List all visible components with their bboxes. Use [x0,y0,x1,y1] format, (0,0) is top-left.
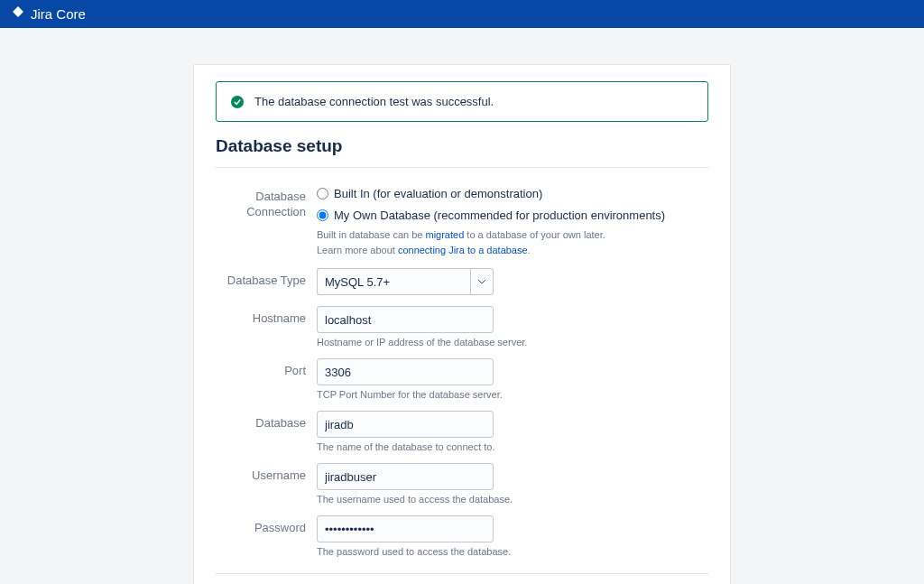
radio-builtin-input[interactable] [317,188,328,199]
success-message: The database connection test was success… [254,95,494,108]
field-password: The password used to access the database… [317,515,708,557]
label-db-connection: Database Connection [216,184,317,220]
field-database: The name of the database to connect to. [317,411,708,452]
password-hint: The password used to access the database… [317,546,708,557]
username-hint: The username used to access the database… [317,494,708,505]
field-db-type: MySQL 5.7+ [317,268,708,295]
setup-panel: The database connection test was success… [193,64,731,584]
db-type-select[interactable]: MySQL 5.7+ [317,268,494,295]
port-hint: TCP Port Number for the database server. [317,389,708,400]
label-username: Username [216,463,317,484]
hostname-input[interactable] [317,306,494,333]
success-icon [231,96,244,108]
field-db-connection: Built In (for evaluation or demonstratio… [317,184,708,257]
database-hint: The name of the database to connect to. [317,441,708,452]
main-content: The database connection test was success… [0,28,924,584]
label-password: Password [216,515,317,536]
product-name: Jira Core [31,6,86,22]
product-logo: Jira Core [11,5,86,23]
radio-builtin[interactable]: Built In (for evaluation or demonstratio… [317,184,708,202]
label-port: Port [216,358,317,379]
row-hostname: Hostname Hostname or IP address of the d… [216,306,708,348]
field-username: The username used to access the database… [317,463,708,505]
port-input[interactable] [317,358,494,385]
row-db-type: Database Type MySQL 5.7+ [216,268,708,295]
label-db-type: Database Type [216,268,317,289]
field-hostname: Hostname or IP address of the database s… [317,306,708,348]
page-title: Database setup [216,136,708,156]
password-input[interactable] [317,515,494,542]
title-divider [216,167,708,168]
username-input[interactable] [317,463,494,490]
jira-icon [11,5,25,23]
radio-own-db-label: My Own Database (recommended for product… [334,209,665,222]
row-username: Username The username used to access the… [216,463,708,505]
link-migrated[interactable]: migrated [425,229,464,240]
label-hostname: Hostname [216,306,317,327]
radio-own-db[interactable]: My Own Database (recommended for product… [317,206,708,224]
row-password: Password The password used to access the… [216,515,708,557]
db-type-value: MySQL 5.7+ [317,268,470,295]
radio-builtin-label: Built In (for evaluation or demonstratio… [334,187,542,200]
button-row: Next Test Connection [216,573,708,584]
app-header: Jira Core [0,0,924,28]
database-input[interactable] [317,411,494,438]
chevron-down-icon[interactable] [470,268,494,295]
field-port: TCP Port Number for the database server. [317,358,708,400]
hostname-hint: Hostname or IP address of the database s… [317,337,708,348]
row-db-connection: Database Connection Built In (for evalua… [216,184,708,257]
label-database: Database [216,411,317,431]
row-database: Database The name of the database to con… [216,411,708,452]
link-docs[interactable]: connecting Jira to a database [398,245,528,255]
db-connection-hint: Built in database can be migrated to a d… [317,227,708,257]
success-banner: The database connection test was success… [216,81,708,122]
row-port: Port TCP Port Number for the database se… [216,358,708,400]
radio-own-db-input[interactable] [317,209,328,221]
